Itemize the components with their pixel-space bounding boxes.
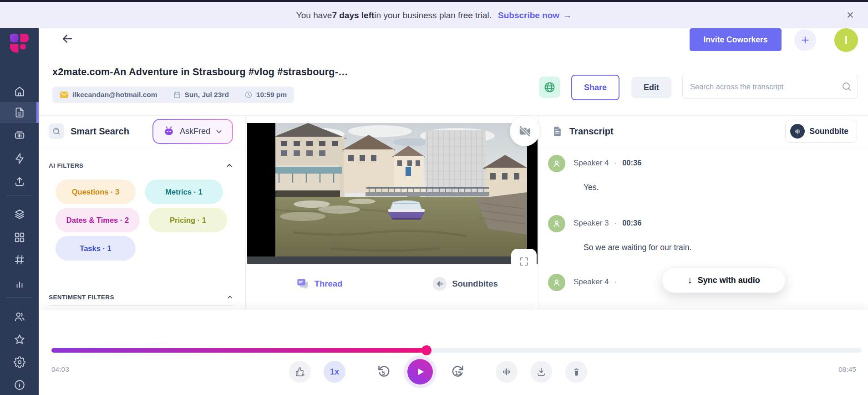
sentiment-filters-label: SENTIMENT FILTERS	[49, 294, 114, 301]
filter-questions[interactable]: Questions · 3	[56, 180, 136, 204]
camera-off-button[interactable]	[510, 116, 540, 146]
filters-section: AI FILTERS Questions · 3 Metrics · 1 Dat…	[39, 161, 245, 306]
meeting-title: x2mate.com-An Adventure in Strasbourg #v…	[52, 67, 348, 78]
download-button[interactable]	[530, 361, 552, 383]
entry-text[interactable]: So we are waiting for our train.	[584, 243, 691, 252]
forward-15-button[interactable]: 15	[447, 361, 469, 383]
meeting-date-text: Sun, Jul 23rd	[185, 91, 229, 99]
upload-icon	[14, 175, 25, 187]
person-icon	[552, 159, 562, 169]
sidebar-item-topics[interactable]	[0, 249, 39, 270]
home-icon	[14, 85, 25, 97]
entry-text[interactable]: Yes.	[584, 183, 599, 192]
sidebar-item-help[interactable]	[0, 374, 39, 395]
person-icon	[552, 219, 562, 229]
add-button[interactable]: +	[794, 29, 816, 51]
progress-fill	[51, 348, 426, 353]
filter-metrics[interactable]: Metrics · 1	[145, 180, 223, 204]
thread-icon	[296, 277, 309, 290]
grid-icon	[14, 231, 25, 243]
video-frame	[275, 123, 527, 256]
fullscreen-button[interactable]	[511, 249, 537, 274]
speaker-name: Speaker 4	[574, 277, 609, 287]
arrow-left-icon	[61, 32, 74, 46]
thread-soundbites-tabs: Thread Soundbites	[246, 264, 538, 310]
sidebar-item-notebook[interactable]	[0, 102, 39, 123]
sentiment-filters-header: SENTIMENT FILTERS	[49, 293, 233, 306]
sidebar-item-favorites[interactable]	[0, 329, 39, 350]
waveform-button[interactable]	[496, 361, 518, 383]
fireflies-logo[interactable]	[9, 33, 30, 53]
play-button[interactable]	[407, 359, 433, 385]
bar-chart-icon	[14, 277, 25, 289]
sidebar-divider	[6, 195, 33, 195]
collapse-ai-filters[interactable]	[225, 161, 233, 169]
account-avatar[interactable]: I	[834, 28, 858, 52]
meeting-time-text: 10:59 pm	[256, 91, 287, 99]
sync-with-audio-label: Sync with audio	[698, 276, 760, 285]
invite-coworkers-button[interactable]: Invite Coworkers	[690, 28, 782, 51]
banner-close-icon[interactable]: ×	[843, 9, 857, 22]
collapse-sentiment-filters[interactable]	[226, 293, 233, 301]
soundbite-button-label: Soundbite	[809, 127, 848, 136]
sidebar-item-home[interactable]	[0, 81, 39, 102]
delete-button[interactable]	[565, 361, 587, 383]
speaker-avatar	[548, 215, 565, 232]
playback-speed-button[interactable]: 1x	[324, 361, 345, 383]
meeting-time: 10:59 pm	[244, 91, 287, 99]
like-button[interactable]	[289, 361, 311, 383]
gear-icon	[14, 356, 25, 368]
sidebar-item-automations[interactable]	[0, 148, 39, 169]
smart-search-icon-box	[49, 123, 64, 139]
transcript-entry[interactable]: Speaker 4 · 00:36 Yes.	[548, 155, 859, 200]
back-button[interactable]	[61, 32, 74, 46]
transcript-title: Transcript	[569, 126, 614, 137]
progress-knob[interactable]	[421, 345, 431, 355]
info-icon	[14, 379, 25, 391]
star-icon	[14, 333, 25, 345]
sidebar-item-upload[interactable]	[0, 171, 39, 192]
filter-dates-times[interactable]: Dates & Times · 2	[56, 208, 140, 232]
globe-icon	[543, 81, 556, 93]
trial-banner: You have 7 days left in your business pl…	[0, 2, 868, 28]
sidebar-item-apps[interactable]	[0, 227, 39, 248]
tab-soundbites[interactable]: Soundbites	[392, 277, 538, 291]
dot-separator: ·	[614, 159, 617, 168]
language-globe-button[interactable]	[539, 77, 560, 98]
filter-pricing[interactable]: Pricing · 1	[149, 208, 227, 232]
banner-text-prefix: You have	[296, 10, 332, 21]
share-button[interactable]: Share	[571, 75, 619, 100]
progress-track[interactable]	[51, 348, 862, 353]
entry-timestamp[interactable]: 00:36	[622, 159, 641, 167]
tab-thread[interactable]: Thread	[246, 277, 392, 290]
speaker-name: Speaker 4	[574, 159, 609, 168]
video-player[interactable]	[247, 123, 538, 264]
layers-icon	[14, 208, 25, 220]
filter-tasks[interactable]: Tasks · 1	[56, 236, 136, 261]
soundbite-button[interactable]: Soundbite	[785, 120, 857, 143]
askfred-dropdown[interactable]: AskFred	[152, 119, 233, 144]
search-input[interactable]	[682, 75, 858, 99]
total-time: 08:45	[838, 365, 856, 374]
trash-icon	[572, 367, 581, 377]
subscribe-now-link[interactable]: Subscribe now →	[498, 10, 572, 21]
entry-timestamp[interactable]: 00:36	[622, 219, 641, 227]
meeting-meta: ilkecandan@hotmail.com Sun, Jul 23rd 10:…	[52, 87, 294, 103]
sidebar-item-analytics[interactable]	[0, 273, 39, 294]
sidebar-item-team[interactable]	[0, 306, 39, 327]
chevron-down-icon	[215, 128, 223, 136]
subscribe-now-label: Subscribe now	[498, 10, 559, 21]
edit-button[interactable]: Edit	[631, 77, 671, 98]
meeting-date: Sun, Jul 23rd	[173, 91, 229, 99]
rewind-5-button[interactable]: 5	[373, 361, 395, 383]
sync-with-audio-button[interactable]: ↓ Sync with audio	[662, 267, 786, 293]
svg-text:15: 15	[455, 369, 461, 376]
sidebar-item-settings[interactable]	[0, 352, 39, 373]
chevron-up-icon	[225, 161, 233, 169]
sidebar	[0, 28, 39, 395]
transcript-entry[interactable]: Speaker 3 · 00:36 So we are waiting for …	[548, 215, 859, 265]
arrow-down-icon: ↓	[687, 275, 692, 286]
sidebar-item-playlists[interactable]	[0, 204, 39, 225]
sidebar-item-recorder[interactable]	[0, 124, 39, 145]
document-icon	[14, 107, 25, 118]
